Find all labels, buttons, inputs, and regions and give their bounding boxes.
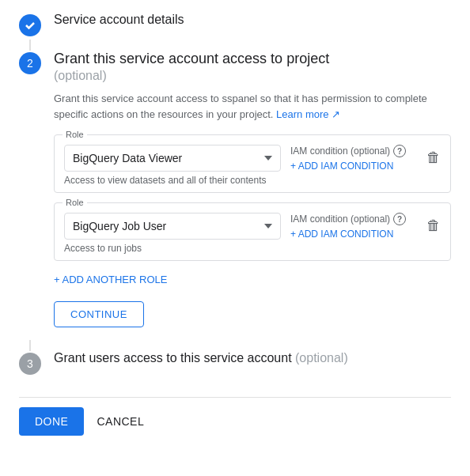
step2-icon: 2 (19, 52, 41, 74)
step3-optional: (optional) (295, 351, 348, 365)
done-button[interactable]: DONE (19, 407, 84, 436)
iam-section-2: IAM condition (optional) ? + ADD IAM CON… (290, 213, 417, 240)
step2-row: 2 Grant this service account access to p… (19, 51, 451, 340)
role-block-2: Role BigQuery Job User Access to run job… (54, 202, 451, 261)
add-iam-btn-1[interactable]: + ADD IAM CONDITION (290, 161, 393, 172)
iam-label-row-2: IAM condition (optional) ? (290, 213, 406, 225)
step3-icon: 3 (19, 353, 41, 375)
step1-row: Service account details (19, 13, 451, 40)
iam-label-row-1: IAM condition (optional) ? (290, 145, 406, 157)
role-label-2: Role (63, 198, 87, 207)
role-row-1: BigQuery Data Viewer Access to view data… (64, 145, 441, 186)
connector-1 (29, 40, 31, 51)
step2-content: Grant this service account access to pro… (54, 51, 451, 340)
step3-title: Grant users access to this service accou… (54, 351, 451, 365)
learn-more-link[interactable]: Learn more ↗ (276, 108, 340, 120)
role-label-1: Role (63, 130, 87, 139)
step3-row: 3 Grant users access to this service acc… (19, 351, 451, 378)
step3-content: Grant users access to this service accou… (54, 351, 451, 378)
delete-role-2[interactable]: 🗑 (426, 213, 441, 234)
role-block-1: Role BigQuery Data Viewer Access to view… (54, 134, 451, 193)
step1-title: Service account details (54, 13, 451, 27)
footer: DONE CANCEL (19, 397, 451, 436)
connector-2 (29, 340, 31, 351)
role-row-2: BigQuery Job User Access to run jobs IAM… (64, 213, 441, 254)
iam-section-1: IAM condition (optional) ? + ADD IAM CON… (290, 145, 417, 172)
iam-help-icon-2[interactable]: ? (393, 213, 406, 225)
add-role-button[interactable]: + ADD ANOTHER ROLE (54, 270, 167, 289)
step2-description: Grant this service account access to ssp… (54, 91, 451, 122)
role-hint-2: Access to run jobs (64, 243, 281, 254)
delete-role-1[interactable]: 🗑 (426, 145, 441, 166)
check-icon (24, 19, 36, 32)
iam-help-icon-1[interactable]: ? (393, 145, 406, 157)
role-select-1[interactable]: BigQuery Data Viewer (64, 145, 281, 172)
step1-content: Service account details (54, 13, 451, 40)
step2-title: Grant this service account access to pro… (54, 51, 451, 67)
continue-button[interactable]: CONTINUE (54, 301, 144, 327)
role-hint-1: Access to view datasets and all of their… (64, 175, 281, 186)
role-select-wrapper-2: BigQuery Job User Access to run jobs (64, 213, 281, 254)
add-iam-btn-2[interactable]: + ADD IAM CONDITION (290, 229, 393, 240)
step2-subtitle: (optional) (54, 69, 451, 83)
step1-icon (19, 14, 41, 36)
role-select-2[interactable]: BigQuery Job User (64, 213, 281, 240)
role-select-wrapper-1: BigQuery Data Viewer Access to view data… (64, 145, 281, 186)
cancel-button[interactable]: CANCEL (97, 415, 144, 428)
